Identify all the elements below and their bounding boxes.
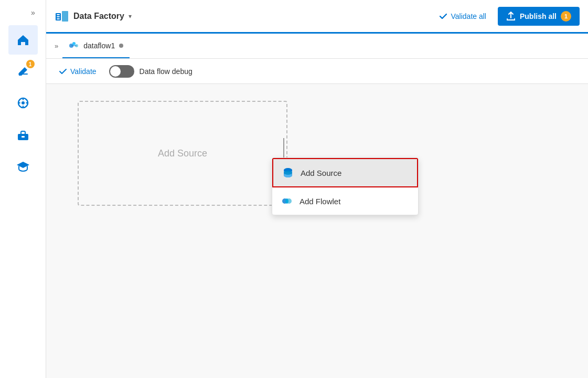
validate-all-label: Validate all xyxy=(451,12,486,20)
svg-point-18 xyxy=(285,198,288,204)
data-factory-icon xyxy=(55,9,69,24)
validate-button[interactable]: Validate xyxy=(55,65,101,78)
add-flowlet-dropdown-icon xyxy=(281,195,293,207)
publish-badge: 1 xyxy=(561,11,571,22)
sidebar-collapse-button[interactable]: » xyxy=(25,4,46,21)
dropdown-item-add-flowlet[interactable]: Add Flowlet xyxy=(272,187,418,215)
validate-icon xyxy=(59,67,67,76)
author-badge: 1 xyxy=(26,60,35,68)
validate-all-button[interactable]: Validate all xyxy=(433,8,491,24)
toolbar: Validate Data flow debug xyxy=(46,59,588,84)
svg-rect-9 xyxy=(57,18,60,19)
dataflow-tab-icon xyxy=(69,40,79,51)
sidebar-item-author[interactable]: 1 xyxy=(8,57,38,86)
canvas-area[interactable]: Add Source ⌄ Add Source xyxy=(46,84,588,378)
svg-rect-8 xyxy=(57,16,60,17)
dropdown-item-add-flowlet-label: Add Flowlet xyxy=(300,197,340,206)
validate-label: Validate xyxy=(70,67,97,76)
add-source-box-label: Add Source xyxy=(79,148,286,159)
svg-point-15 xyxy=(284,171,292,175)
monitor-icon xyxy=(16,96,30,110)
svg-rect-7 xyxy=(57,14,60,15)
debug-toggle[interactable] xyxy=(109,65,134,78)
topbar-title: Data Factory xyxy=(73,12,124,21)
toolbox-icon xyxy=(16,127,30,142)
main-content: Data Factory ▾ Validate all Publish all … xyxy=(46,0,588,378)
home-icon xyxy=(16,33,30,47)
sidebar-item-home[interactable] xyxy=(8,25,38,55)
sidebar-item-monitor[interactable] xyxy=(8,88,38,118)
svg-point-11 xyxy=(72,42,76,45)
topbar: Data Factory ▾ Validate all Publish all … xyxy=(46,0,588,34)
svg-rect-6 xyxy=(62,11,68,22)
learn-icon xyxy=(16,159,30,173)
debug-toggle-group: Data flow debug xyxy=(109,65,193,78)
publish-icon xyxy=(506,12,516,21)
sidebar: » 1 xyxy=(0,0,46,378)
topbar-logo[interactable]: Data Factory ▾ xyxy=(55,9,132,24)
svg-point-2 xyxy=(22,101,25,104)
toggle-knob xyxy=(110,66,121,77)
publish-all-label: Publish all xyxy=(520,12,557,20)
tab-bar: » dataflow1 xyxy=(46,34,588,59)
sidebar-item-learn[interactable] xyxy=(8,151,38,181)
tab-dataflow1[interactable]: dataflow1 xyxy=(62,34,130,58)
tab-dataflow1-label: dataflow1 xyxy=(83,41,115,50)
topbar-dropdown-chevron[interactable]: ▾ xyxy=(129,13,132,20)
tab-expand-button[interactable]: » xyxy=(55,42,58,50)
tab-unsaved-dot xyxy=(119,44,123,48)
dropdown-menu: Add Source Add Flowlet xyxy=(272,158,419,215)
sidebar-item-manage[interactable] xyxy=(8,120,38,149)
dropdown-item-add-source[interactable]: Add Source xyxy=(272,158,418,187)
add-source-box[interactable]: Add Source ⌄ xyxy=(78,101,287,206)
svg-rect-4 xyxy=(22,136,25,138)
validate-all-icon xyxy=(439,12,448,21)
dropdown-item-add-source-label: Add Source xyxy=(301,169,341,177)
debug-label: Data flow debug xyxy=(140,67,193,76)
publish-all-button[interactable]: Publish all 1 xyxy=(498,7,580,26)
add-source-dropdown-icon xyxy=(282,166,294,179)
